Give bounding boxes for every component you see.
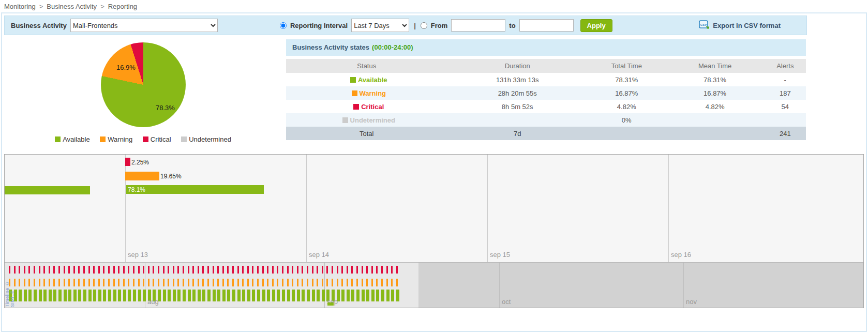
states-table-title-text: Business Activity states [292,43,369,51]
total-time-cell: 16.87% [588,86,666,100]
table-row-critical: Critical 8h 5m 52s 4.82% 4.82% 54 [286,100,806,113]
pie-chart [101,42,186,127]
toolbar: Business Activity Mail-Frontends Reporti… [4,16,807,35]
status-swatch-undetermined [342,117,348,123]
breadcrumb-link-business-activity[interactable]: Business Activity [47,3,97,10]
total-duration-cell: 7d [447,127,588,140]
timeline-bar-critical [125,158,130,166]
day-label: sep 13 [128,251,148,259]
status-label: Critical [361,103,384,111]
month-gridline [499,263,500,308]
duration-cell: 8h 5m 52s [447,100,588,113]
legend-item-warning: Warning [100,135,132,143]
column-header-alerts: Alerts [765,59,806,73]
column-header-total-time: Total Time [588,59,666,73]
app-frame: Business Activity Mail-Frontends Reporti… [1,12,867,332]
day-gridline [125,155,126,262]
mean-time-cell: 78.31% [666,73,765,86]
legend-item-critical: Critical [143,135,171,143]
day-label: sep 14 [309,251,329,259]
timeline-bar-available-prev [5,186,90,194]
table-row-undetermined: Undetermined 0% [286,113,806,127]
reporting-interval-select[interactable]: Last 7 Days [351,19,409,32]
legend-label-warning: Warning [108,135,132,143]
status-label: Available [358,76,387,84]
timeline-chart: sep 13sep 14sep 15sep 162.25%19.65%78.1%… [4,154,864,308]
legend-label-undetermined: Undetermined [189,135,231,143]
breadcrumb-separator: > [39,3,43,10]
from-label: From [431,22,448,29]
mini-ticks-warning [9,279,400,286]
day-label: sep 15 [490,251,510,259]
table-row-available: Available 131h 33m 13s 78.31% 78.31% - [286,73,806,86]
status-swatch-warning [352,90,357,96]
column-header-mean-time: Mean Time [666,59,765,73]
day-label: sep 16 [671,251,691,259]
legend-item-undetermined: Undetermined [181,135,231,143]
timeline-mini-band[interactable]: Timeline © SIMILE augsepoctnov [5,262,863,308]
export-csv-label: Export in CSV format [713,22,781,29]
to-date-input[interactable] [519,19,574,32]
breadcrumb-link-reporting[interactable]: Reporting [108,3,137,10]
timeline-bar-label: 19.65% [160,172,182,180]
states-table-title: Business Activity states(00:00-24:00) [286,39,806,56]
status-label: Warning [360,89,386,97]
day-gridline [668,155,669,262]
total-time-cell: 0% [588,113,666,127]
duration-cell: 131h 33m 13s [447,73,588,86]
to-label: to [509,22,515,29]
svg-text:CSV: CSV [700,23,707,26]
breadcrumb-link-monitoring[interactable]: Monitoring [4,3,36,10]
month-label: nov [686,298,697,306]
states-table-panel: Business Activity states(00:00-24:00) St… [286,39,806,152]
legend-item-available: Available [55,135,90,143]
timeline-main-band[interactable]: sep 13sep 14sep 15sep 162.25%19.65%78.1% [5,155,863,262]
timeline-bar-available [126,185,264,194]
pie-legend: Available Warning Critical Undetermined [2,135,284,143]
legend-label-available: Available [63,135,90,143]
pie-slice-label-warning: 16.9% [116,64,136,71]
reporting-interval-label: Reporting Interval [290,22,348,29]
table-row-total: Total 7d 241 [286,127,806,140]
day-gridline [487,155,488,262]
status-swatch-critical [353,104,359,110]
timeline-bar-warning [125,172,159,180]
export-csv-link[interactable]: CSV Export in CSV format [699,20,781,31]
day-gridline [306,155,307,262]
mean-time-cell: 16.87% [666,86,765,100]
business-activity-select[interactable]: Mail-Frontends [70,19,218,32]
toolbar-separator: | [414,22,416,29]
mini-ticks-available [9,290,400,301]
alerts-cell: - [765,73,806,86]
month-label: oct [502,298,511,306]
apply-button[interactable]: Apply [580,19,612,32]
alerts-cell: 187 [765,86,806,100]
status-swatch-available [350,77,356,83]
timeline-bar-label: 2.25% [131,158,149,166]
duration-cell [447,113,588,127]
content-row: 78.3% 16.9% Available Warning Critical U… [2,37,866,152]
mini-sep-marker [327,302,334,306]
breadcrumb: Monitoring>Business Activity>Reporting [0,0,868,12]
legend-swatch-undetermined [181,136,187,142]
column-header-status: Status [286,59,447,73]
timeline-watermark: Timeline © SIMILE [5,264,15,307]
total-time-cell: 78.31% [588,73,666,86]
breadcrumb-separator: > [100,3,104,10]
legend-label-critical: Critical [151,135,171,143]
table-row-warning: Warning 28h 20m 55s 16.87% 16.87% 187 [286,86,806,100]
total-alerts-cell: 241 [765,127,806,140]
total-label-cell: Total [286,127,447,140]
business-activity-label: Business Activity [11,22,67,29]
status-label: Undetermined [350,116,395,124]
legend-swatch-warning [100,136,106,142]
pie-slice-label-available: 78.3% [156,104,175,112]
month-label: aug [147,298,159,306]
alerts-cell [765,113,806,127]
states-table: Status Duration Total Time Mean Time Ale… [286,59,806,140]
from-date-input[interactable] [451,19,505,32]
custom-range-radio[interactable] [421,22,427,29]
states-table-title-time-range: (00:00-24:00) [372,43,413,51]
legend-swatch-critical [143,136,148,142]
reporting-interval-radio[interactable] [280,22,287,29]
